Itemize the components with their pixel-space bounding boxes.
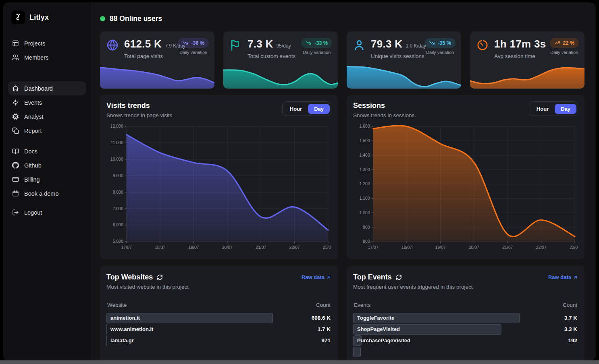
svg-text:23/07: 23/07: [570, 245, 578, 250]
stat-rate: 95/day: [277, 43, 291, 49]
trending-up-icon: [554, 40, 560, 46]
stat-card-avg-session-time: 1h 17m 3s Avg session time 22 % Daily va…: [470, 31, 584, 89]
daily-variation-badge: -33 %: [301, 38, 332, 48]
sparkline-chart: [347, 63, 461, 89]
svg-text:1.100: 1.100: [360, 196, 370, 201]
svg-text:1.300: 1.300: [360, 168, 370, 172]
table-header: Events Count: [353, 302, 578, 308]
table-row[interactable]: iamata.gr971: [106, 335, 331, 346]
sidebar-item-events[interactable]: Events: [8, 95, 86, 110]
svg-text:6.000: 6.000: [113, 223, 123, 227]
row-label: iamata.gr: [106, 337, 134, 343]
daily-variation-label: Daily variation: [550, 50, 579, 55]
sidebar-item-logout[interactable]: Logout: [8, 205, 86, 219]
sidebar-item-members[interactable]: Members: [8, 50, 86, 64]
table-body: ToggleFavorite3.7 KShopPageVisited3.3 KP…: [353, 312, 578, 358]
panel-title: Top Websites: [106, 273, 153, 281]
sidebar-item-label: Docs: [24, 148, 37, 155]
sidebar-item-projects[interactable]: Projects: [8, 36, 86, 50]
sidebar-item-docs[interactable]: Docs: [8, 144, 86, 158]
svg-text:9.000: 9.000: [113, 174, 123, 178]
badge-value: 22 %: [563, 40, 575, 46]
svg-text:21/07: 21/07: [502, 245, 513, 250]
sidebar-item-analyst[interactable]: Analyst: [8, 110, 86, 124]
stat-cards-row: 612.5 K 7.9 K/day Total page visits -36 …: [100, 31, 584, 89]
toggle-day-button[interactable]: Day: [308, 104, 330, 114]
sidebar-item-label: Report: [24, 128, 42, 134]
svg-text:7.000: 7.000: [113, 207, 123, 211]
toggle-day-button[interactable]: Day: [555, 104, 576, 114]
refresh-icon[interactable]: [396, 274, 402, 280]
online-dot-icon: [100, 16, 105, 21]
table-row[interactable]: animetion.it608.6 K: [106, 312, 331, 324]
sessions-panel: Sessions Shows trends in sessions. Hour …: [347, 95, 584, 259]
svg-text:23/07: 23/07: [323, 245, 331, 250]
granularity-toggle: Hour Day: [529, 101, 578, 116]
row-count: 1.7 K: [318, 326, 331, 332]
sidebar-item-label: Events: [24, 99, 42, 106]
svg-text:20/07: 20/07: [222, 245, 233, 250]
row-count: 3.3 K: [564, 326, 578, 332]
stat-label: Unique visits sessions: [371, 53, 424, 59]
members-icon: [12, 54, 19, 61]
trending-down-icon: [306, 40, 312, 46]
sidebar-item-billing[interactable]: Billing: [8, 172, 86, 186]
row-label: www.animetion.it: [106, 326, 153, 332]
flag-icon: [230, 39, 242, 53]
panel-title: Sessions: [353, 101, 416, 110]
ai-chip-icon: [12, 113, 19, 120]
main-content: 88 Online users 612.5 K 7.9 K/day Total …: [91, 2, 596, 361]
column-name: Events: [354, 302, 370, 308]
raw-data-label: Raw data: [302, 274, 324, 280]
home-icon: [12, 85, 19, 92]
table-row[interactable]: www.animetion.it1.7 K: [106, 324, 331, 335]
timer-icon: [476, 39, 489, 53]
arrow-up-right-icon: [326, 275, 331, 280]
raw-data-link[interactable]: Raw data: [548, 274, 578, 280]
row-label: ToggleFavorite: [353, 315, 394, 321]
table-row[interactable]: ToggleFavorite3.7 K: [353, 312, 578, 324]
svg-text:21/07: 21/07: [256, 245, 266, 250]
credit-card-icon: [12, 176, 19, 183]
litlyx-logo-icon: [11, 10, 25, 24]
sessions-chart: 8009001.0001.1001.2001.3001.4001.5001.60…: [353, 122, 578, 256]
row-label: ShopPageVisited: [353, 326, 400, 332]
row-value-bar: [353, 347, 361, 357]
svg-text:1.000: 1.000: [360, 211, 370, 215]
svg-text:17/07: 17/07: [368, 245, 379, 250]
toggle-hour-button[interactable]: Hour: [284, 104, 308, 114]
sidebar: Litlyx Projects Members Dashboard Events…: [3, 2, 91, 361]
table-row[interactable]: ShopPageVisited3.3 K: [353, 324, 578, 335]
row-count: 3.7 K: [564, 315, 578, 321]
stat-value: 79.3 K: [371, 38, 402, 50]
table-row[interactable]: [353, 346, 578, 358]
stat-card-unique-visits-sessions: 79.3 K 1.0 K/day Unique visits sessions …: [347, 31, 461, 89]
daily-variation-label: Daily variation: [178, 50, 209, 55]
daily-variation-badge: 22 %: [550, 38, 579, 48]
toggle-hour-button[interactable]: Hour: [530, 104, 555, 114]
window-bottom-edge: [0, 360, 599, 364]
sidebar-item-report[interactable]: Report: [8, 124, 86, 138]
raw-data-link[interactable]: Raw data: [302, 274, 331, 280]
panel-subtitle: Most visited website in this project: [106, 284, 189, 290]
daily-variation-label: Daily variation: [424, 50, 455, 55]
sidebar-item-label: Github: [24, 162, 42, 169]
row-label: animetion.it: [106, 315, 140, 321]
refresh-icon[interactable]: [157, 274, 163, 280]
svg-text:12.000: 12.000: [110, 124, 123, 128]
sidebar-item-dashboard[interactable]: Dashboard: [8, 81, 86, 95]
stat-value: 7.3 K: [248, 38, 273, 50]
arrow-up-right-icon: [573, 275, 578, 280]
book-icon: [12, 148, 19, 155]
sidebar-item-book-a-demo[interactable]: Book a demo: [8, 186, 86, 201]
svg-text:20/07: 20/07: [469, 245, 479, 250]
row-count: 608.6 K: [312, 315, 331, 321]
calendar-icon: [12, 190, 19, 197]
app-window: Litlyx Projects Members Dashboard Events…: [3, 2, 596, 361]
app-logo: Litlyx: [8, 10, 86, 25]
table-row[interactable]: PurchasePageVisited192: [353, 335, 578, 346]
svg-text:1.500: 1.500: [360, 139, 370, 143]
sidebar-item-github[interactable]: Github: [8, 158, 86, 172]
badge-value: -33 %: [314, 40, 328, 46]
svg-text:1.200: 1.200: [360, 182, 370, 186]
